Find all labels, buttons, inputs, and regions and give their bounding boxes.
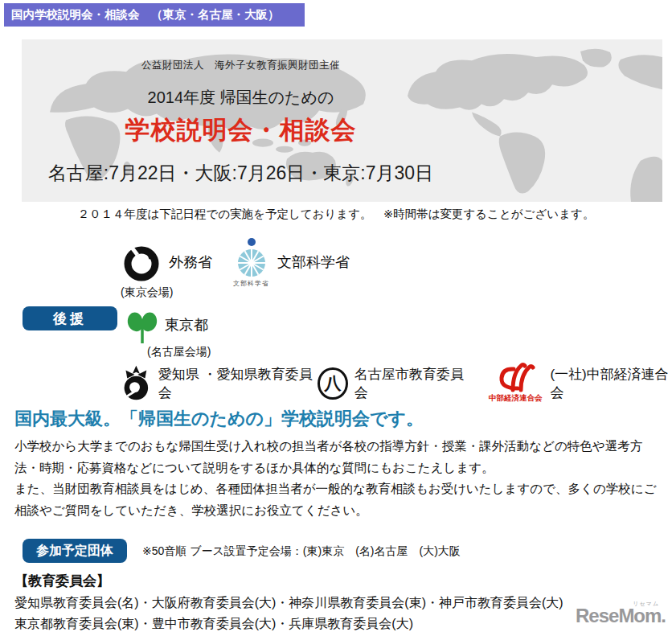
nagoya-sponsor-row: 愛知県 ・愛知県教育委員会 八 名古屋市教育委員会 中部経済連合会 (一社)中部… [121,363,672,404]
support-button[interactable]: 後援 [23,306,117,330]
participants-button[interactable]: 参加予定団体 [23,539,127,563]
resemom-logo-ruby: リセマム [633,600,659,608]
tokyo-metro-row: 東京都 [126,307,208,344]
event-banner: 公益財団法人 海外子女教育振興財団主催 2014年度 帰国生のための 学校説明会… [22,39,662,202]
banner-organizer: 公益財団法人 海外子女教育振興財団主催 [22,59,460,72]
resemom-logo-text: ReseMom. [576,605,666,626]
page-title: 国内学校説明会・相談会 （東京・名古屋・大阪） [11,8,280,21]
aichi-label: 愛知県 ・愛知県教育委員会 [158,365,313,402]
mofa-label: 外務省 [169,252,212,272]
chubu-keiren-icon: 中部経済連合会 [489,363,543,404]
aichi-emblem-icon [121,363,152,404]
resemom-logo[interactable]: リセマム ReseMom. [576,605,666,627]
tokyo-label: 東京都 [165,315,208,344]
chubu-keiren-label: (一社)中部経済連合会 [550,365,672,402]
tokyo-ginkgo-icon [126,307,158,344]
nagoya-city-label: 名古屋市教育委員会 [354,365,468,402]
schedule-notice: ２０１４年度は下記日程での実施を予定しております。 ※時間帯は変更することがござ… [0,207,672,222]
chubu-keiren-caption: 中部経済連合会 [489,393,543,404]
banner-text-block: 公益財団法人 海外子女教育振興財団主催 2014年度 帰国生のための 学校説明会… [22,39,460,202]
intro-body: 小学校から大学までのおもな帰国生受け入れ校の担当者が各校の指導方針・授業・課外活… [14,436,663,521]
mext-label: 文部科学省 [277,252,350,272]
intro-paragraph-2: また、当財団教育相談員をはじめ、各種団体担当者が一般的な教育相談もお受けいたしま… [14,478,663,521]
intro-heading: 国内最大級。「帰国生のための」学校説明会です。 [14,407,424,431]
nagoya-venue-label: (名古屋会場) [147,345,211,359]
tokyo-venue-label: (東京会場) [121,285,173,300]
mofa-emblem-icon [122,242,161,282]
committee-list: 愛知県教育委員会(名)・大阪府教育委員会(大)・神奈川県教育委員会(東)・神戸市… [14,593,577,632]
mext-emblem-icon: 文部科学省 [233,236,269,288]
banner-title: 学校説明会・相談会 [22,113,460,147]
intro-paragraph-1: 小学校から大学までのおもな帰国生受け入れ校の担当者が各校の指導方針・授業・課外活… [14,436,663,478]
participants-note: ※50音順 ブース設置予定会場：(東)東京 (名)名古屋 (大)大阪 [142,544,461,559]
nagoya-maruhachi-icon: 八 [318,367,347,400]
committee-list-line-2: 東京都教育委員会(東)・豊中市教育委員会(大)・兵庫県教育委員会(大) [14,614,577,632]
page: 国内学校説明会・相談会 （東京・名古屋・大阪） [0,0,672,632]
mext-emblem-caption: 文部科学省 [233,279,269,288]
tokyo-sponsor-row: 外務省 文部科学省 文部科学省 [122,236,350,288]
committee-section-heading: 【教育委員会】 [14,572,110,590]
banner-dates: 名古屋:7月22日・大阪:7月26日・東京:7月30日 [22,161,460,186]
banner-subtitle: 2014年度 帰国生のための [22,87,460,109]
page-title-bar: 国内学校説明会・相談会 （東京・名古屋・大阪） [4,3,305,27]
committee-list-line-1: 愛知県教育委員会(名)・大阪府教育委員会(大)・神奈川県教育委員会(東)・神戸市… [14,593,577,614]
